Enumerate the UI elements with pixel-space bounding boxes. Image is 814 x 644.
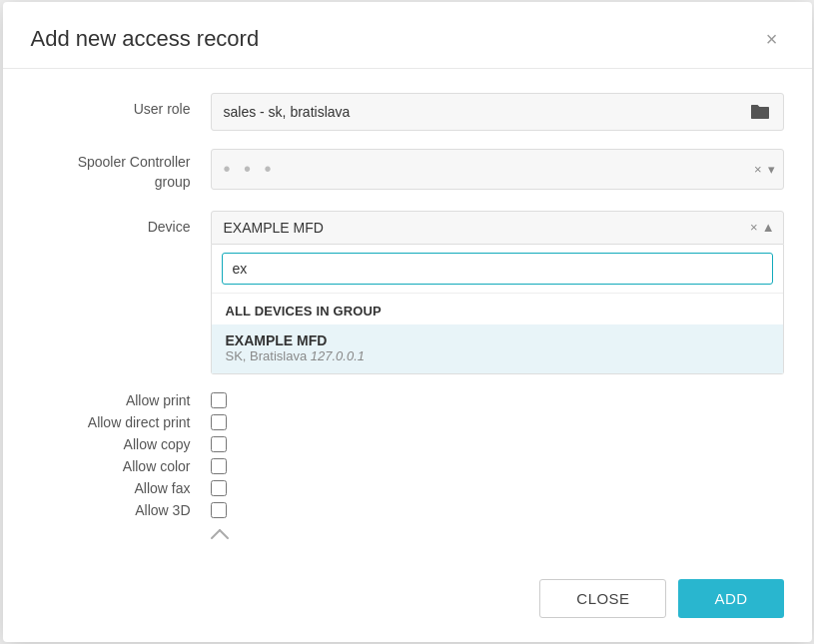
spooler-control: • • • × ▾ [211,149,784,190]
show-more-icon [209,528,231,540]
device-field: × ▲ [211,211,784,245]
allow-direct-print-checkbox[interactable] [211,414,227,430]
close-button[interactable]: CLOSE [539,579,666,618]
user-role-field [211,93,784,131]
device-clear-icon[interactable]: × [750,220,758,235]
checkbox-row-allow-color: Allow color [31,458,784,474]
add-access-record-dialog: Add new access record × User role S [3,2,812,641]
dropdown-item-name: EXAMPLE MFD [226,332,769,348]
allow-3d-label: Allow 3D [31,502,211,518]
dropdown-item-sub: SK, Bratislava 127.0.0.1 [226,348,769,363]
device-arrow-icon[interactable]: ▲ [762,220,775,235]
user-role-folder-button[interactable] [737,94,783,130]
dropdown-item-example-mfd[interactable]: EXAMPLE MFD SK, Bratislava 127.0.0.1 [212,324,783,373]
spooler-row: Spooler Controller group • • • × ▾ [31,149,784,192]
device-label: Device [31,211,211,235]
dialog-body: User role Spooler Controller group [3,69,812,560]
spooler-dropdown-icon[interactable]: ▾ [768,162,775,177]
dropdown-item-location: SK, Bratislava [226,348,308,363]
device-dropdown-panel: ALL DEVICES IN GROUP EXAMPLE MFD SK, Bra… [211,245,784,374]
allow-print-checkbox[interactable] [211,392,227,408]
device-search-input[interactable] [222,253,773,285]
folder-icon [749,103,771,121]
dialog-header: Add new access record × [3,2,812,69]
allow-copy-label: Allow copy [31,436,211,452]
dropdown-group-label: ALL DEVICES IN GROUP [212,294,783,324]
device-control: × ▲ ALL DEVICES IN GROUP EXAMPLE MFD SK,… [211,211,784,374]
device-value-input[interactable] [212,212,751,244]
allow-fax-label: Allow fax [31,480,211,496]
show-more-button[interactable] [209,524,784,545]
close-x-button[interactable]: × [760,27,784,51]
user-role-row: User role [31,93,784,131]
spooler-value: • • • [220,154,754,185]
checkbox-row-allow-copy: Allow copy [31,436,784,452]
device-row: Device × ▲ ALL DEVICES IN GROUP [31,211,784,374]
spooler-controls: × ▾ [754,162,775,177]
checkbox-row-allow-print: Allow print [31,392,784,408]
spooler-label: Spooler Controller group [31,149,211,192]
dropdown-item-ip: 127.0.0.1 [311,348,365,363]
user-role-input[interactable] [212,96,737,128]
allow-print-label: Allow print [31,392,211,408]
add-button[interactable]: ADD [678,579,783,618]
allow-color-label: Allow color [31,458,211,474]
allow-color-checkbox[interactable] [211,458,227,474]
allow-direct-print-label: Allow direct print [31,414,211,430]
user-role-control [211,93,784,131]
allow-fax-checkbox[interactable] [211,480,227,496]
checkbox-row-allow-3d: Allow 3D [31,502,784,518]
spooler-clear-icon[interactable]: × [754,162,762,177]
checkbox-row-allow-fax: Allow fax [31,480,784,496]
checkbox-row-allow-direct-print: Allow direct print [31,414,784,430]
checkboxes-section: Allow print Allow direct print Allow cop… [31,392,784,545]
spooler-field[interactable]: • • • × ▾ [211,149,784,190]
dialog-footer: CLOSE ADD [3,561,812,642]
user-role-label: User role [31,93,211,117]
dialog-title: Add new access record [31,26,260,52]
allow-3d-checkbox[interactable] [211,502,227,518]
search-row [212,245,783,294]
device-controls: × ▲ [750,220,782,235]
allow-copy-checkbox[interactable] [211,436,227,452]
